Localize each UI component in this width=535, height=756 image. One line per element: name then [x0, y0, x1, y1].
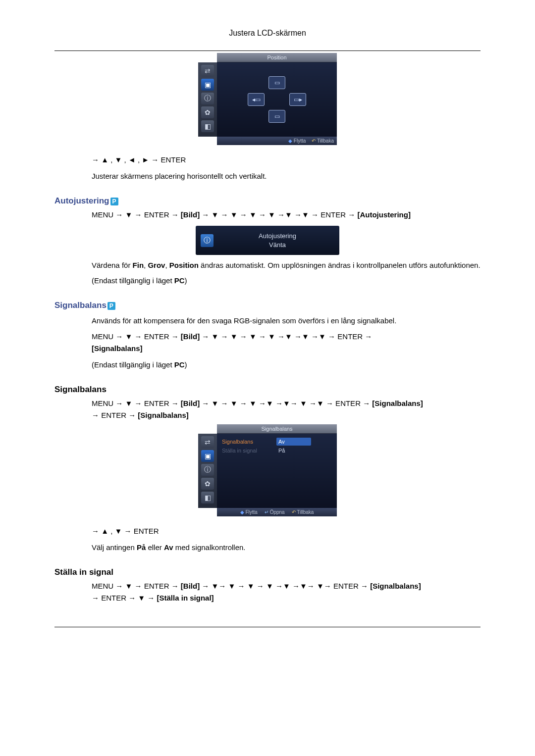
option-off: Av: [276, 438, 311, 446]
signalbalans-desc: Välj antingen På eller Av med signalkont…: [92, 542, 481, 553]
foot-open: ↵ Öppna: [265, 509, 285, 515]
signalbalans-arrows: → ▲ , ▼ → ENTER: [92, 525, 481, 537]
osd-signalbalans: Signalbalans ⇄ ▣ ⓘ ✿ ◧ Signalbalans Stäl…: [198, 424, 337, 516]
pos-up-icon: ▭: [268, 76, 285, 89]
osd-position: Position ⇄ ▣ ⓘ ✿ ◧ ▭ ◂▭ ▭▸: [198, 53, 337, 145]
autojustering-banner: ⓘ Autojustering Vänta: [196, 226, 339, 255]
autojustering-desc2: (Endast tillgänglig i läget PC): [92, 275, 481, 286]
banner-line2: Vänta: [220, 241, 334, 250]
signalbalans-p-desc: Används för att kompensera för den svaga…: [92, 315, 481, 326]
autojustering-desc1: Värdena för Fin, Grov, Position ändras a…: [92, 260, 481, 270]
pos-left-icon: ◂▭: [248, 93, 265, 106]
foot-move: ◆ Flytta: [288, 138, 306, 144]
picture-icon: ▣: [201, 450, 214, 462]
info-icon: ⓘ: [201, 464, 214, 476]
banner-line1: Autojustering: [220, 232, 334, 241]
settings-icon: ✿: [201, 106, 214, 118]
page-header: Justera LCD-skärmen: [0, 29, 535, 38]
info-icon: ⓘ: [201, 234, 214, 247]
heading-stallain: Ställa in signal: [54, 567, 535, 577]
pos-down-icon: ▭: [268, 110, 285, 123]
nav-arrows: → ▲ , ▼ , ◄ , ► → ENTER: [92, 154, 481, 166]
picture-icon: ▣: [201, 79, 214, 91]
heading-signalbalans: Signalbalans: [54, 385, 535, 395]
pos-right-icon: ▭▸: [289, 93, 306, 106]
multi-icon: ◧: [201, 492, 214, 504]
signalbalans-nav: MENU → ▼ → ENTER → [Bild] → ▼ → ▼ → ▼ →▼…: [92, 398, 481, 421]
input-icon: ⇄: [201, 436, 214, 448]
osd-sidebar: ⇄ ▣ ⓘ ✿ ◧: [198, 434, 217, 508]
osd-title: Signalbalans: [217, 424, 337, 434]
p-badge-icon: P: [110, 198, 118, 205]
input-icon: ⇄: [201, 65, 214, 77]
divider-top: [54, 50, 481, 51]
option-on: På: [276, 447, 311, 454]
foot-back: ↶ Tillbaka: [292, 509, 314, 515]
multi-icon: ◧: [201, 120, 214, 132]
settings-icon: ✿: [201, 478, 214, 490]
osd-sidebar: ⇄ ▣ ⓘ ✿ ◧: [198, 62, 217, 137]
foot-move: ◆ Flytta: [240, 509, 258, 515]
position-description: Justerar skärmens placering horisontellt…: [92, 171, 481, 181]
divider-bottom: [54, 627, 481, 627]
p-badge-icon: P: [107, 302, 115, 310]
position-grid: ▭ ◂▭ ▭▸ ▭: [217, 62, 337, 137]
foot-back: ↶ Tillbaka: [312, 138, 334, 144]
heading-signalbalans-p: SignalbalansP: [54, 301, 535, 310]
signalbalans-p-only: (Endast tillgänglig i läget PC): [92, 359, 481, 370]
osd-title: Position: [217, 53, 337, 62]
signalbalans-p-nav: MENU → ▼ → ENTER → [Bild] → ▼ → ▼ → ▼ → …: [92, 331, 481, 354]
info-icon: ⓘ: [201, 93, 214, 104]
stallain-nav: MENU → ▼ → ENTER → [Bild] → ▼→ ▼ → ▼ → ▼…: [92, 580, 481, 604]
autojustering-nav: MENU → ▼ → ENTER → [Bild] → ▼ → ▼ → ▼ → …: [92, 209, 481, 221]
heading-autojustering: AutojusteringP: [54, 196, 535, 206]
